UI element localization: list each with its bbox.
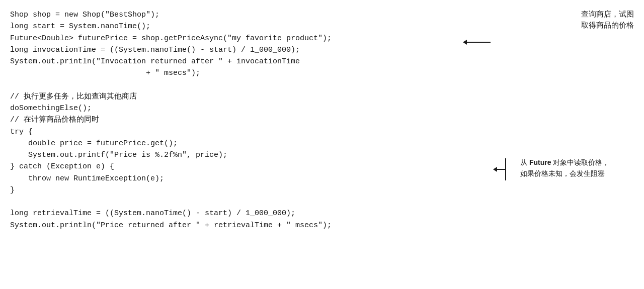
annotation-mid-line2: 如果价格未知，会发生阻塞 — [520, 168, 609, 179]
code-line-15: throw new RuntimeException(e); — [10, 173, 488, 184]
code-area: Shop shop = new Shop("BestShop"); long s… — [10, 9, 488, 280]
future-bold: Future — [529, 158, 551, 166]
code-line-5: System.out.println("Invocation returned … — [10, 56, 488, 67]
code-line-4: long invocationTime = ((System.nanoTime(… — [10, 44, 488, 56]
code-line-6: + " msecs"); — [10, 67, 488, 79]
annotation-mid-line1: 从 Future 对象中读取价格， — [520, 157, 609, 168]
code-line-13: System.out.printf("Price is %.2f%n", pri… — [10, 149, 488, 161]
annotation-top: 查询商店，试图 取得商品的价格 — [581, 9, 634, 31]
arrow-svg-mid — [493, 158, 518, 183]
code-line-18: long retrievalTime = ((System.nanoTime()… — [10, 208, 488, 219]
code-line-11: try { — [10, 126, 488, 138]
annotation-top-line1: 查询商店，试图 — [581, 10, 634, 18]
annotation-top-line2: 取得商品的价格 — [581, 21, 634, 29]
annotation-mid-text: 从 Future 对象中读取价格， 如果价格未知，会发生阻塞 — [520, 157, 609, 179]
code-line-2: long start = System.nanoTime(); — [10, 21, 488, 32]
code-line-14: } catch (Exception e) { — [10, 161, 488, 172]
code-line-empty2 — [10, 196, 488, 208]
code-line-10: // 在计算商品价格的同时 — [10, 114, 488, 126]
annotation-mid-container: 从 Future 对象中读取价格， 如果价格未知，会发生阻塞 — [493, 157, 609, 183]
code-line-12: double price = futurePrice.get(); — [10, 138, 488, 149]
code-line-1: Shop shop = new Shop("BestShop"); — [10, 9, 488, 21]
code-line-3: Future<Double> futurePrice = shop.getPri… — [10, 33, 488, 44]
svg-marker-1 — [463, 40, 467, 45]
code-line-empty1 — [10, 79, 488, 91]
code-line-19: System.out.println("Price returned after… — [10, 220, 488, 231]
code-line-16: } — [10, 184, 488, 196]
code-line-9: doSomethingElse(); — [10, 103, 488, 114]
svg-marker-4 — [493, 167, 497, 172]
main-container: Shop shop = new Shop("BestShop"); long s… — [0, 0, 644, 289]
annotations-area: 查询商店，试图 取得商品的价格 从 Future 对象中读取价格 — [488, 9, 634, 280]
code-line-8: // 执行更多任务，比如查询其他商店 — [10, 91, 488, 103]
arrow-svg-top — [463, 37, 493, 47]
